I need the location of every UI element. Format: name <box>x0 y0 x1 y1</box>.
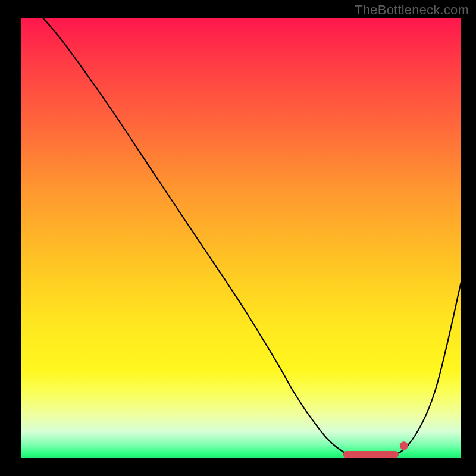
bottleneck-curve <box>43 18 461 458</box>
chart-frame: TheBottleneck.com <box>0 0 476 476</box>
watermark-text: TheBottleneck.com <box>355 2 469 18</box>
marker-dot <box>400 441 408 450</box>
plot-area <box>21 18 461 458</box>
chart-svg <box>21 18 461 458</box>
